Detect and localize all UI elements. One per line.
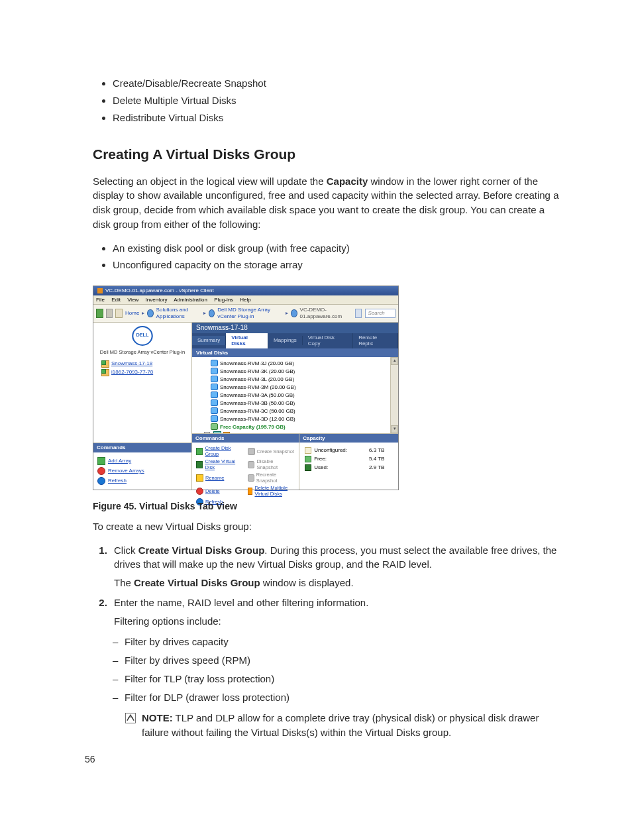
delete-multiple-cmd[interactable]: Delete Multiple Virtual Disks <box>248 485 295 497</box>
vd-item[interactable]: Snowmass-RVM-3J (20.00 GB) <box>211 360 395 366</box>
scroll-track[interactable] <box>391 365 398 425</box>
list-item: Unconfigured capacity on the storage arr… <box>113 258 559 272</box>
search-icon[interactable] <box>355 309 362 318</box>
cmd-label: Create Disk Group <box>205 445 243 457</box>
expand-icon[interactable]: + <box>204 432 210 433</box>
rename-icon <box>196 474 203 482</box>
vd-item[interactable]: Snowmass-RVM-3D (12.00 GB) <box>211 415 395 422</box>
cmd-label: Recreate Snapshot <box>256 472 295 484</box>
search-input[interactable]: Search <box>365 309 395 318</box>
add-array-cmd[interactable]: Add Array <box>97 457 187 465</box>
list-item: Filter for TLP (tray loss protection) <box>125 672 559 686</box>
snapshot-icon <box>248 448 255 455</box>
scroll-down-icon[interactable]: ▾ <box>391 425 398 433</box>
chevron-right-icon: ▸ <box>203 310 206 317</box>
vd-item[interactable]: Snowmass-RVM-3K (20.00 GB) <box>211 368 395 374</box>
vd-label: vCenter_1-5_Group1 (RAID 5 , 930.52 GB) <box>232 432 333 434</box>
menu-view[interactable]: View <box>127 297 138 303</box>
delete-cmd[interactable]: Delete <box>196 485 244 497</box>
tab-virtual-disks[interactable]: Virtual Disks <box>226 333 268 348</box>
intro-bullet-list: Create/Disable/Recreate Snapshot Delete … <box>93 76 559 125</box>
plugin-label: Dell MD Storage Array vCenter Plug-in <box>93 349 191 358</box>
cap-value: 6.3 TB <box>369 447 393 454</box>
menu-edit[interactable]: Edit <box>111 297 121 303</box>
menu-inventory[interactable]: Inventory <box>146 297 168 303</box>
vd-label: Free Capacity (195.79 GB) <box>220 424 286 431</box>
cmd-label: Rename <box>205 475 224 481</box>
text: Selecting an object in the logical view … <box>93 176 327 187</box>
capacity-row-free: Free:5.4 TB <box>305 456 393 462</box>
refresh-icon <box>97 477 105 485</box>
vd-item[interactable]: Snowmass-RVM-3M (20.00 GB) <box>211 384 395 390</box>
menu-file[interactable]: File <box>96 297 105 303</box>
filter-options-list: Filter by drives capacity Filter by driv… <box>114 635 559 704</box>
vd-label: Snowmass-RVM-3D (12.00 GB) <box>220 416 295 423</box>
disk-icon <box>211 384 218 390</box>
bottom-commands-panel: Commands Create Disk Group Create Snapsh… <box>192 434 299 490</box>
step-2: Enter the name, RAID level and other fil… <box>110 596 559 740</box>
cap-label: Free: <box>314 456 366 462</box>
scroll-up-icon[interactable]: ▴ <box>391 357 398 365</box>
left-commands-panel: Commands Add Array Remove Arrays Refresh <box>93 443 191 490</box>
tab-vd-copy[interactable]: Virtual Disk Copy <box>303 333 353 348</box>
tree-item[interactable]: i1862-7093-77-78 <box>101 369 187 376</box>
rename-cmd[interactable]: Rename <box>196 472 244 484</box>
section-heading: Creating A Virtual Disks Group <box>93 144 559 164</box>
tab-remote-replic[interactable]: Remote Replic <box>353 333 398 348</box>
free-capacity-item[interactable]: Free Capacity (195.79 GB) <box>211 423 395 430</box>
text-strong: Capacity <box>327 176 368 187</box>
steps-list: Click Create Virtual Disks Group. During… <box>93 543 559 740</box>
refresh-cmd[interactable]: Refresh <box>97 477 187 485</box>
create-icon <box>196 448 203 455</box>
text: The <box>114 577 134 588</box>
vd-item[interactable]: Snowmass-RVM-3A (50.00 GB) <box>211 392 395 398</box>
vd-item[interactable]: Snowmass-RVM-3L (20.00 GB) <box>211 376 395 382</box>
home-icon[interactable] <box>115 309 123 318</box>
tree-label[interactable]: Snowmass-17-18 <box>111 360 152 367</box>
remove-arrays-cmd[interactable]: Remove Arrays <box>97 467 187 475</box>
logo-area: DELL <box>93 323 191 349</box>
tab-summary[interactable]: Summary <box>192 336 226 345</box>
vd-item[interactable]: Snowmass-RVM-3C (50.00 GB) <box>211 407 395 414</box>
nav-back-icon[interactable] <box>96 309 103 318</box>
nav-forward-icon[interactable] <box>106 309 113 318</box>
app-icon <box>97 288 103 293</box>
array-icon <box>101 369 109 376</box>
array-tree: Snowmass-17-18 i1862-7093-77-78 <box>93 358 191 379</box>
panel-header: Commands <box>93 443 191 452</box>
list-item: Delete Multiple Virtual Disks <box>113 93 559 108</box>
scrollbar[interactable]: ▴ ▾ <box>390 357 398 433</box>
vd-tree[interactable]: Snowmass-RVM-3J (20.00 GB) Snowmass-RVM-… <box>192 357 398 433</box>
vd-panel-header: Virtual Disks <box>192 348 398 358</box>
remove-icon <box>97 467 105 475</box>
disk-icon <box>211 376 218 382</box>
snapshot-disabled-icon <box>248 461 255 468</box>
crumb-plugin[interactable]: Dell MD Storage Array vCenter Plug-in <box>217 307 283 319</box>
disk-group-item[interactable]: +vCenter_1-5_Group1 (RAID 5 , 930.52 GB) <box>204 431 395 433</box>
disk-icon <box>211 360 218 366</box>
list-item: Filter for DLP (drawer loss protection) <box>125 690 559 705</box>
cmd-label: Disable Snapshot <box>256 458 295 470</box>
menu-bar[interactable]: File Edit View Inventory Administration … <box>93 295 398 305</box>
menu-help[interactable]: Help <box>240 297 250 303</box>
delete-multi-icon <box>248 488 253 495</box>
vd-item[interactable]: Snowmass-RVM-3B (50.00 GB) <box>211 399 395 406</box>
delete-icon <box>196 488 203 495</box>
text-strong: Create Virtual Disks Group <box>138 545 265 556</box>
cmd-label: Delete Multiple Virtual Disks <box>254 485 295 497</box>
tab-mappings[interactable]: Mappings <box>268 336 303 345</box>
menu-administration[interactable]: Administration <box>174 297 207 303</box>
chevron-right-icon: ▸ <box>286 310 288 317</box>
text: window is displayed. <box>260 577 354 588</box>
menu-plugins[interactable]: Plug-ins <box>214 297 233 303</box>
cmd-label: Add Array <box>108 458 131 464</box>
create-virtual-disk-cmd[interactable]: Create Virtual Disk <box>196 458 244 470</box>
crumb-solutions[interactable]: Solutions and Applications <box>156 307 201 319</box>
crumb-home[interactable]: Home <box>125 310 139 317</box>
create-disk-group-cmd[interactable]: Create Disk Group <box>196 445 244 457</box>
vsphere-window: VC-DEMO-01.appaware.com - vSphere Client… <box>93 286 399 490</box>
list-item: Redistribute Virtual Disks <box>113 111 559 125</box>
disk-icon <box>211 399 218 406</box>
tree-label[interactable]: i1862-7093-77-78 <box>111 369 153 376</box>
tree-item[interactable]: Snowmass-17-18 <box>101 360 187 368</box>
